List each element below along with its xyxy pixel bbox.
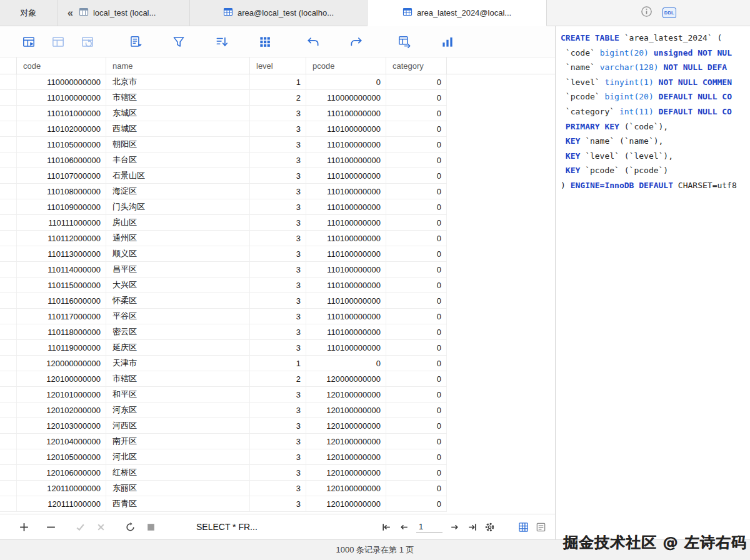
delete-record-icon[interactable] <box>46 522 56 532</box>
table-row[interactable]: 110117000000平谷区31101000000000 <box>0 309 555 324</box>
cell-name[interactable]: 河北区 <box>106 449 250 465</box>
row-selector[interactable] <box>0 106 17 121</box>
cell-code[interactable]: 110112000000 <box>17 231 106 246</box>
row-selector[interactable] <box>0 371 17 387</box>
table-row[interactable]: 110111000000房山区31101000000000 <box>0 215 555 231</box>
note-dropdown-icon[interactable] <box>128 34 143 49</box>
cell-category[interactable]: 0 <box>386 449 447 465</box>
cell-code[interactable]: 120102000000 <box>17 402 106 418</box>
row-selector[interactable] <box>0 121 17 137</box>
cell-category[interactable]: 0 <box>386 199 447 215</box>
table-row[interactable]: 110114000000昌平区31101000000000 <box>0 262 555 278</box>
column-header-category[interactable]: category <box>386 58 447 74</box>
cell-category[interactable]: 0 <box>386 231 447 246</box>
apply-changes-icon[interactable] <box>75 522 86 532</box>
cell-code[interactable]: 120100000000 <box>17 371 106 387</box>
cell-category[interactable]: 0 <box>386 215 447 231</box>
import-export-icon[interactable] <box>397 34 412 49</box>
cell-pcode[interactable]: 110100000000 <box>306 324 386 340</box>
table-row[interactable]: 110112000000通州区31101000000000 <box>0 231 555 246</box>
grid-view-icon[interactable] <box>518 522 529 532</box>
cell-name[interactable]: 河东区 <box>106 402 250 418</box>
cell-category[interactable]: 0 <box>386 246 447 262</box>
table-row[interactable]: 120102000000河东区31201000000000 <box>0 402 555 418</box>
cell-name[interactable]: 天津市 <box>106 356 250 371</box>
undo-icon[interactable] <box>306 34 321 49</box>
cell-category[interactable]: 0 <box>386 106 447 121</box>
cell-level[interactable]: 3 <box>250 402 306 418</box>
cell-level[interactable]: 3 <box>250 262 306 278</box>
cell-level[interactable]: 1 <box>250 74 306 90</box>
cell-pcode[interactable]: 120100000000 <box>306 402 386 418</box>
table-row[interactable]: 120100000000市辖区21200000000000 <box>0 371 555 387</box>
cell-name[interactable]: 石景山区 <box>106 168 250 184</box>
cell-code[interactable]: 120106000000 <box>17 465 106 481</box>
row-selector[interactable] <box>0 278 17 293</box>
cell-level[interactable]: 3 <box>250 449 306 465</box>
cell-name[interactable]: 西青区 <box>106 496 250 512</box>
row-selector[interactable] <box>0 293 17 309</box>
cell-level[interactable]: 3 <box>250 278 306 293</box>
row-selector[interactable] <box>0 262 17 278</box>
column-header-level[interactable]: level <box>250 58 306 74</box>
table-row[interactable]: 110118000000密云区31101000000000 <box>0 324 555 340</box>
cell-name[interactable]: 东丽区 <box>106 481 250 496</box>
table-row[interactable]: 120110000000东丽区31201000000000 <box>0 481 555 496</box>
duplicate-table-icon[interactable] <box>51 34 66 49</box>
cell-category[interactable]: 0 <box>386 340 447 356</box>
columns-grid-icon[interactable] <box>258 34 272 49</box>
table-row[interactable]: 110108000000海淀区31101000000000 <box>0 184 555 199</box>
cell-pcode[interactable]: 120100000000 <box>306 496 386 512</box>
cell-pcode[interactable]: 110100000000 <box>306 121 386 137</box>
cell-code[interactable]: 110115000000 <box>17 278 106 293</box>
first-page-icon[interactable] <box>381 522 392 532</box>
cell-code[interactable]: 110107000000 <box>17 168 106 184</box>
cell-pcode[interactable]: 120100000000 <box>306 449 386 465</box>
cell-code[interactable]: 110118000000 <box>17 324 106 340</box>
form-view-icon[interactable] <box>536 522 546 532</box>
row-selector[interactable] <box>0 434 17 449</box>
add-record-icon[interactable] <box>19 522 29 532</box>
row-selector[interactable] <box>0 340 17 356</box>
cell-category[interactable]: 0 <box>386 168 447 184</box>
cell-name[interactable]: 大兴区 <box>106 278 250 293</box>
cell-pcode[interactable]: 120100000000 <box>306 481 386 496</box>
cell-code[interactable]: 120000000000 <box>17 356 106 371</box>
cell-level[interactable]: 3 <box>250 215 306 231</box>
cell-pcode[interactable]: 110100000000 <box>306 215 386 231</box>
column-header-pcode[interactable]: pcode <box>306 58 386 74</box>
cell-pcode[interactable]: 110100000000 <box>306 278 386 293</box>
row-selector[interactable] <box>0 137 17 152</box>
cell-code[interactable]: 120105000000 <box>17 449 106 465</box>
cell-pcode[interactable]: 0 <box>306 356 386 371</box>
cell-category[interactable]: 0 <box>386 387 447 402</box>
cell-level[interactable]: 3 <box>250 199 306 215</box>
cell-name[interactable]: 密云区 <box>106 324 250 340</box>
discard-changes-icon[interactable] <box>96 522 106 532</box>
table-row[interactable]: 110113000000顺义区31101000000000 <box>0 246 555 262</box>
cell-name[interactable]: 市辖区 <box>106 90 250 106</box>
cell-pcode[interactable]: 110100000000 <box>306 231 386 246</box>
cell-pcode[interactable]: 110100000000 <box>306 152 386 168</box>
cell-pcode[interactable]: 110100000000 <box>306 199 386 215</box>
cell-pcode[interactable]: 0 <box>306 74 386 90</box>
cell-name[interactable]: 南开区 <box>106 434 250 449</box>
cell-level[interactable]: 2 <box>250 90 306 106</box>
row-selector[interactable] <box>0 309 17 324</box>
cell-code[interactable]: 120111000000 <box>17 496 106 512</box>
cell-category[interactable]: 0 <box>386 293 447 309</box>
cell-code[interactable]: 110105000000 <box>17 137 106 152</box>
cell-name[interactable]: 怀柔区 <box>106 293 250 309</box>
cell-name[interactable]: 河西区 <box>106 418 250 434</box>
tab-area-latest-2024-active[interactable]: area_latest_2024@local... <box>368 0 547 26</box>
cell-code[interactable]: 110100000000 <box>17 90 106 106</box>
cell-level[interactable]: 3 <box>250 293 306 309</box>
table-row[interactable]: 120104000000南开区31201000000000 <box>0 434 555 449</box>
cell-level[interactable]: 3 <box>250 231 306 246</box>
cell-level[interactable]: 3 <box>250 434 306 449</box>
cell-level[interactable]: 3 <box>250 137 306 152</box>
refresh-table-icon[interactable] <box>80 34 95 49</box>
cell-code[interactable]: 110000000000 <box>17 74 106 90</box>
cell-name[interactable]: 东城区 <box>106 106 250 121</box>
row-selector[interactable] <box>0 356 17 371</box>
